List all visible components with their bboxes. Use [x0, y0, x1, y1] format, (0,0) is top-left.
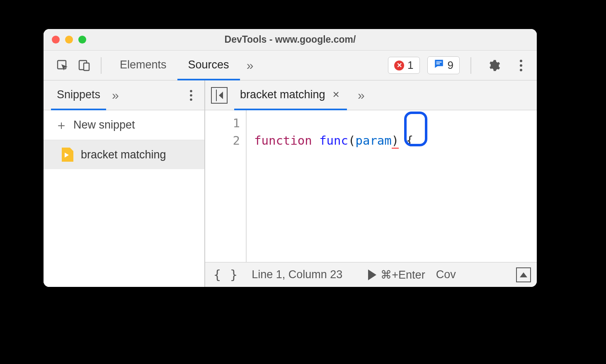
titlebar: DevTools - www.google.com/ [44, 29, 537, 51]
code-editor[interactable]: 1 2 function func(param) { [205, 110, 537, 262]
run-shortcut-label: ⌘+Enter [381, 268, 425, 281]
navigator-header: Snippets » [44, 80, 204, 110]
minimize-window-button[interactable] [65, 36, 73, 44]
toolbar-divider [470, 57, 471, 74]
body-split: Snippets » ＋ New snippet bracket matchin… [44, 80, 537, 287]
token-function-name: func [319, 133, 348, 148]
navigator-more-options-icon[interactable] [183, 87, 199, 104]
token-keyword: function [254, 133, 312, 148]
error-icon: ✕ [394, 61, 404, 70]
editor-statusbar: { } Line 1, Column 23 ⌘+Enter Cov [205, 262, 537, 287]
zoom-window-button[interactable] [78, 36, 86, 44]
more-options-icon[interactable] [512, 56, 530, 75]
main-toolbar: Elements Sources » ✕ 1 9 [44, 51, 537, 80]
play-icon [368, 269, 376, 280]
svg-rect-4 [436, 63, 440, 64]
tab-elements[interactable]: Elements [109, 51, 177, 80]
svg-rect-2 [84, 63, 89, 70]
pretty-print-button[interactable]: { } [211, 267, 241, 282]
svg-point-6 [520, 64, 522, 67]
editor-tab-label: bracket matching [240, 88, 325, 101]
plus-icon: ＋ [55, 119, 68, 131]
traffic-lights [52, 36, 86, 44]
token-close-paren: ) [392, 133, 399, 149]
errors-count: 1 [407, 59, 413, 72]
snippet-file-icon [62, 148, 73, 162]
toolbar-divider [101, 57, 102, 74]
svg-point-7 [520, 69, 522, 71]
coverage-label[interactable]: Cov [436, 268, 461, 281]
navigator-tabs-overflow-icon[interactable]: » [106, 88, 125, 102]
svg-point-10 [190, 98, 192, 101]
devtools-window: DevTools - www.google.com/ Elements Sour… [44, 29, 537, 287]
run-snippet-button[interactable]: ⌘+Enter [368, 268, 425, 281]
close-window-button[interactable] [52, 36, 60, 44]
panel-tabs: Elements Sources » [109, 51, 260, 80]
toggle-navigator-icon[interactable] [211, 87, 228, 104]
svg-point-9 [190, 94, 192, 97]
messages-badge[interactable]: 9 [427, 56, 460, 74]
svg-point-8 [190, 90, 192, 92]
token-open-paren: ( [348, 133, 355, 148]
line-number: 2 [205, 132, 240, 149]
editor-tabs-overflow-icon[interactable]: » [349, 88, 373, 102]
cursor-position: Line 1, Column 23 [252, 268, 342, 281]
editor-tabs: bracket matching × » [205, 80, 537, 110]
code-lines: function func(param) { [247, 110, 413, 262]
messages-count: 9 [448, 59, 453, 72]
new-snippet-button[interactable]: ＋ New snippet [44, 110, 204, 140]
close-tab-icon[interactable]: × [331, 89, 341, 100]
editor-pane: bracket matching × » 1 2 function func(p… [205, 80, 537, 287]
line-gutter: 1 2 [205, 110, 247, 262]
token-open-brace: { [406, 133, 413, 148]
inspect-element-icon[interactable] [53, 56, 72, 75]
line-number: 1 [205, 114, 240, 132]
settings-gear-icon[interactable] [485, 56, 503, 75]
drawer-toggle-icon[interactable] [516, 267, 531, 282]
errors-badge[interactable]: ✕ 1 [388, 57, 419, 74]
snippets-list: ＋ New snippet bracket matching [44, 110, 204, 287]
panel-tabs-overflow-icon[interactable]: » [240, 51, 260, 80]
message-icon [434, 58, 444, 72]
editor-tab-bracket-matching[interactable]: bracket matching × [234, 81, 347, 110]
snippet-item-bracket-matching[interactable]: bracket matching [44, 140, 204, 169]
snippet-item-label: bracket matching [81, 148, 166, 161]
new-snippet-label: New snippet [73, 119, 135, 131]
svg-point-5 [520, 60, 522, 62]
tab-snippets[interactable]: Snippets [51, 81, 106, 110]
code-line-1: function func(param) { [254, 132, 413, 149]
navigator-pane: Snippets » ＋ New snippet bracket matchin… [44, 80, 205, 287]
svg-rect-3 [436, 62, 441, 63]
tab-sources[interactable]: Sources [177, 51, 240, 80]
token-param: param [355, 133, 391, 148]
window-title: DevTools - www.google.com/ [44, 34, 537, 45]
device-toggle-icon[interactable] [75, 56, 93, 75]
